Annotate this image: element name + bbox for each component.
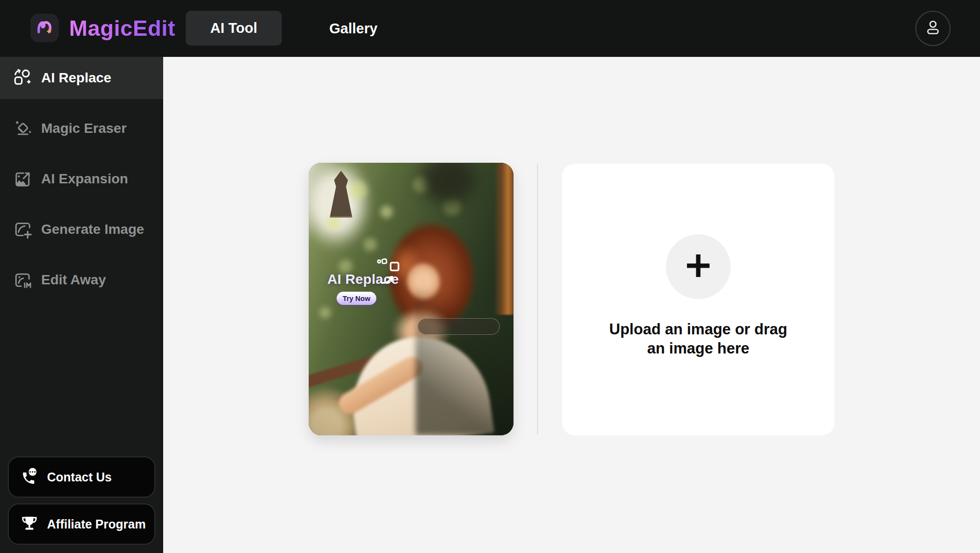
sidebar-item-edit-away[interactable]: Edit Away xyxy=(0,259,163,301)
upload-instructions-line2: an image here xyxy=(562,339,834,358)
replace-selection-pill xyxy=(417,318,500,335)
sidebar-item-generate-image[interactable]: Generate Image xyxy=(0,208,163,251)
ai-replace-icon xyxy=(13,69,32,87)
magic-eraser-icon xyxy=(13,119,32,138)
ai-expansion-icon xyxy=(13,170,32,188)
upload-plus-button[interactable] xyxy=(666,234,731,299)
sidebar-item-label: AI Expansion xyxy=(41,171,128,187)
sidebar-item-magic-eraser[interactable]: Magic Eraser xyxy=(0,107,163,150)
top-nav-bar: MagicEdit AI Tool Gallery xyxy=(0,0,980,57)
replace-select-icon xyxy=(375,258,403,288)
brand-name: MagicEdit xyxy=(69,0,175,57)
user-avatar-icon xyxy=(923,18,943,39)
plus-icon xyxy=(683,250,714,283)
sidebar-item-ai-expansion[interactable]: AI Expansion xyxy=(0,158,163,200)
try-now-button[interactable]: Try Now xyxy=(337,292,376,305)
account-button[interactable] xyxy=(915,11,951,46)
magicedit-app: MagicEdit AI Tool Gallery xyxy=(0,0,980,553)
tab-gallery[interactable]: Gallery xyxy=(329,0,377,57)
sidebar-item-label: Magic Eraser xyxy=(41,121,126,136)
trophy-icon xyxy=(20,514,39,534)
affiliate-program-label: Affiliate Program xyxy=(47,517,146,531)
generate-image-icon xyxy=(13,220,32,239)
sidebar-item-label: Generate Image xyxy=(41,222,144,237)
upload-instructions: Upload an image or drag an image here xyxy=(562,320,834,358)
phone-chat-icon xyxy=(20,467,39,487)
upload-instructions-line1: Upload an image or drag xyxy=(562,320,834,339)
vertical-divider xyxy=(537,164,538,434)
magicedit-logo-icon xyxy=(33,16,56,40)
sidebar-item-label: AI Replace xyxy=(41,70,111,86)
sidebar: AI Replace Magic Eraser xyxy=(0,57,163,553)
upload-dropzone[interactable]: Upload an image or drag an image here xyxy=(562,164,834,435)
sidebar-item-ai-replace[interactable]: AI Replace xyxy=(0,57,163,99)
contact-us-button[interactable]: Contact Us xyxy=(8,456,155,498)
contact-us-label: Contact Us xyxy=(47,470,112,484)
edit-away-icon xyxy=(13,271,32,289)
tab-ai-tool[interactable]: AI Tool xyxy=(186,11,282,46)
sidebar-item-label: Edit Away xyxy=(41,272,106,288)
affiliate-program-button[interactable]: Affiliate Program xyxy=(8,503,155,545)
ai-replace-promo-card[interactable]: AI Replace Try Now xyxy=(309,163,514,435)
brand-logo[interactable] xyxy=(30,14,59,42)
